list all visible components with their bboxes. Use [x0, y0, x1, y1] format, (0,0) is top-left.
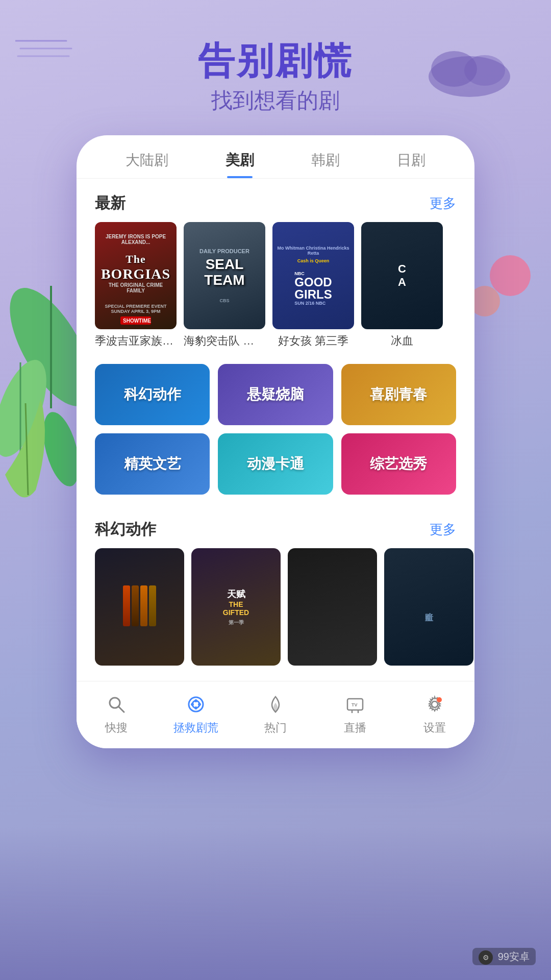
svg-point-27 — [437, 697, 442, 702]
tab-mainland[interactable]: 大陆剧 — [126, 151, 168, 178]
tab-korean[interactable]: 韩剧 — [311, 151, 340, 178]
nav-label-search: 快搜 — [105, 720, 128, 736]
bg-shape-pink — [490, 255, 531, 296]
nav-label-hot: 热门 — [264, 720, 287, 736]
show-card-goodgirls[interactable]: Mo Whitman Christina Hendricks Retta Cas… — [272, 222, 354, 349]
genre-label-elite: 精英文艺 — [124, 454, 181, 474]
show-poster-sealteam: DAILY PRODUCER SEALTEAM CBS — [184, 222, 265, 329]
show-card-sealteam[interactable]: DAILY PRODUCER SEALTEAM CBS 海豹突击队 第三季 — [184, 222, 265, 349]
rescue-icon — [183, 692, 209, 717]
nav-item-search[interactable]: 快搜 — [91, 692, 142, 736]
sub-title: 找到想看的剧 — [0, 86, 551, 115]
fire-icon — [263, 692, 288, 717]
svg-point-8 — [0, 353, 57, 463]
scifi-card-dark2[interactable]: 暗血 — [384, 548, 473, 666]
svg-point-26 — [432, 701, 438, 707]
scifi-more-button[interactable]: 更多 — [430, 521, 456, 538]
scifi-card-thriller[interactable] — [288, 548, 377, 666]
tv-icon: TV — [342, 692, 368, 717]
nav-label-rescue: 拯救剧荒 — [173, 720, 218, 736]
svg-line-11 — [26, 403, 28, 495]
nav-label-live: 直播 — [344, 720, 366, 736]
show-label-borgias: 季波吉亚家族 第一季 — [95, 333, 177, 349]
genre-label-anime: 动漫卡通 — [247, 454, 304, 474]
svg-text:TV: TV — [352, 702, 358, 707]
settings-icon — [422, 692, 447, 717]
search-icon — [104, 692, 129, 717]
genre-label-variety: 综艺选秀 — [370, 454, 427, 474]
genre-card-comedy[interactable]: 喜剧青春 — [341, 364, 456, 425]
show-poster-goodgirls: Mo Whitman Christina Hendricks Retta Cas… — [272, 222, 354, 329]
newest-shows-row: JEREMY IRONS IS POPE ALEXAND... The BORG… — [77, 222, 474, 359]
phone-container: 大陆剧 美剧 韩剧 日剧 最新 更多 JEREMY IRONS IS POPE … — [77, 135, 474, 748]
bottom-nav: 快搜 拯救剧荒 热门 — [77, 681, 474, 748]
show-label-cold: 冰血 — [361, 333, 443, 349]
show-poster-borgias: JEREMY IRONS IS POPE ALEXAND... The BORG… — [95, 222, 177, 329]
genre-grid: 科幻动作 悬疑烧脑 喜剧青春 精英文艺 动漫卡通 综艺选秀 — [77, 359, 474, 505]
svg-point-18 — [195, 700, 197, 702]
genre-label-mystery: 悬疑烧脑 — [247, 385, 304, 404]
newest-section-header: 最新 更多 — [77, 179, 474, 222]
show-card-borgias[interactable]: JEREMY IRONS IS POPE ALEXAND... The BORG… — [95, 222, 177, 349]
svg-line-15 — [118, 706, 124, 712]
genre-card-elite[interactable]: 精英文艺 — [95, 433, 210, 495]
scifi-title: 科幻动作 — [95, 519, 156, 540]
tab-us[interactable]: 美剧 — [226, 151, 254, 178]
nav-item-settings[interactable]: 设置 — [409, 692, 460, 736]
svg-point-19 — [195, 707, 197, 709]
nav-item-rescue[interactable]: 拯救剧荒 — [170, 692, 221, 736]
nav-item-hot[interactable]: 热门 — [250, 692, 301, 736]
genre-label-scifi: 科幻动作 — [124, 385, 181, 404]
newest-more-button[interactable]: 更多 — [430, 194, 456, 212]
scifi-shows-row: 天赋 THEGIFTED 第一季 暗血 — [77, 548, 474, 681]
scifi-card-dark1[interactable] — [95, 548, 184, 666]
scifi-section-header: 科幻动作 更多 — [77, 505, 474, 548]
header-section: 告别剧慌 找到想看的剧 — [0, 0, 551, 135]
show-card-cold[interactable]: CA 冰血 — [361, 222, 443, 349]
main-title: 告别剧慌 — [0, 41, 551, 81]
newest-title: 最新 — [95, 193, 126, 214]
genre-card-mystery[interactable]: 悬疑烧脑 — [218, 364, 333, 425]
tab-japanese[interactable]: 日剧 — [397, 151, 425, 178]
tabs-bar: 大陆剧 美剧 韩剧 日剧 — [77, 135, 474, 179]
genre-label-comedy: 喜剧青春 — [370, 385, 427, 404]
genre-card-anime[interactable]: 动漫卡通 — [218, 433, 333, 495]
scifi-card-gifted[interactable]: 天赋 THEGIFTED 第一季 — [191, 548, 281, 666]
show-label-goodgirls: 好女孩 第三季 — [272, 333, 354, 349]
svg-point-21 — [198, 703, 201, 706]
nav-item-live[interactable]: TV 直播 — [330, 692, 381, 736]
show-label-sealteam: 海豹突击队 第三季 — [184, 333, 265, 349]
watermark: ⚙ 99安卓 — [472, 950, 536, 965]
nav-label-settings: 设置 — [423, 720, 446, 736]
genre-card-variety[interactable]: 综艺选秀 — [341, 433, 456, 495]
show-poster-cold: CA — [361, 222, 443, 329]
svg-point-20 — [191, 703, 194, 706]
svg-text:SHOWTIME: SHOWTIME — [123, 318, 151, 324]
bg-bottom-wave — [0, 827, 551, 980]
genre-card-scifi[interactable]: 科幻动作 — [95, 364, 210, 425]
